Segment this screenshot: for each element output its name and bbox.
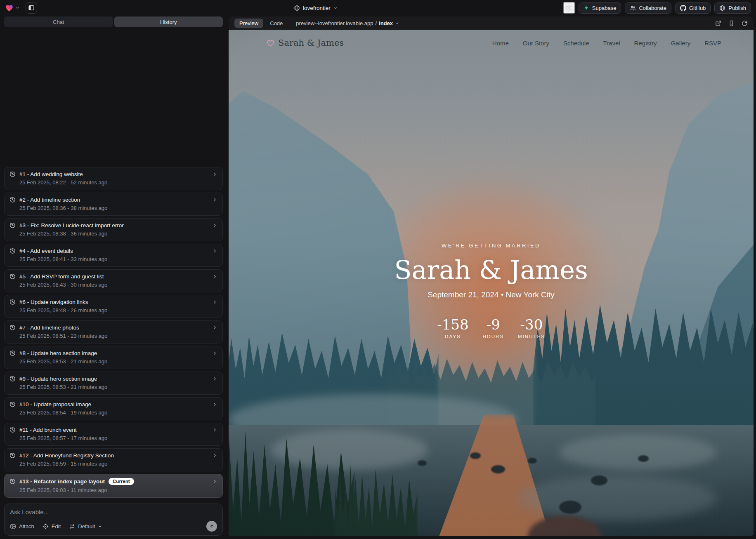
topbar: lovefrontier Supabase Collab bbox=[0, 0, 756, 16]
history-item[interactable]: #3 - Fix: Resolve Lucide-react import er… bbox=[4, 218, 223, 241]
history-icon bbox=[9, 478, 16, 485]
publish-label: Publish bbox=[728, 5, 746, 11]
collaborate-label: Collaborate bbox=[639, 5, 666, 11]
preview-url-host: preview--lovefrontier.lovable.app bbox=[296, 20, 373, 26]
history-item[interactable]: #8 - Update hero section image 25 Feb 20… bbox=[4, 346, 223, 369]
history-icon bbox=[9, 248, 16, 254]
publish-button[interactable]: Publish bbox=[714, 2, 751, 14]
mode-select-button[interactable]: Default bbox=[69, 523, 102, 530]
history-item[interactable]: #7 - Add timeline photos 25 Feb 2025, 08… bbox=[4, 320, 223, 344]
history-item[interactable]: #13 - Refactor index page layout Current… bbox=[4, 474, 223, 498]
attach-button[interactable]: Attach bbox=[10, 523, 34, 530]
hero-content: WE'RE GETTING MARRIED Sarah & James Sept… bbox=[229, 242, 754, 339]
history-item[interactable]: #1 - Add wedding website 25 Feb 2025, 08… bbox=[4, 167, 223, 190]
site-brand[interactable]: Sarah & James bbox=[267, 38, 344, 48]
history-icon bbox=[9, 299, 16, 305]
tab-chat[interactable]: Chat bbox=[4, 16, 113, 27]
countdown-value: -9 bbox=[483, 318, 504, 332]
history-item-title-row: #2 - Add timeline section bbox=[9, 197, 217, 203]
site-header: Sarah & James Home Our Story Schedule Tr… bbox=[229, 30, 754, 56]
history-item-title: #1 - Add wedding website bbox=[19, 171, 83, 177]
send-button[interactable] bbox=[206, 521, 217, 532]
app-window: lovefrontier Supabase Collab bbox=[0, 0, 756, 539]
site-nav-link[interactable]: Travel bbox=[603, 40, 620, 47]
project-switcher[interactable]: lovefrontier bbox=[294, 0, 338, 16]
smartphone-icon bbox=[728, 20, 735, 26]
users-icon bbox=[630, 5, 636, 11]
history-item-title-row: #12 - Add Honeyfund Registry Section bbox=[9, 452, 217, 459]
tab-code[interactable]: Code bbox=[265, 19, 288, 28]
preview-url[interactable]: preview--lovefrontier.lovable.app / inde… bbox=[296, 20, 399, 26]
history-item-title: #3 - Fix: Resolve Lucide-react import er… bbox=[19, 222, 124, 228]
history-item-timestamp: 25 Feb 2025, 08:41 - 33 minutes ago bbox=[19, 256, 217, 262]
chevron-right-icon bbox=[212, 299, 217, 305]
countdown-label: DAYS bbox=[437, 334, 468, 339]
history-icon bbox=[9, 401, 16, 407]
chevron-right-icon bbox=[212, 479, 217, 484]
tab-history[interactable]: History bbox=[114, 16, 223, 27]
site-brand-name: Sarah & James bbox=[278, 38, 344, 48]
history-item-title-row: #7 - Add timeline photos bbox=[9, 325, 217, 331]
site-nav-link[interactable]: Registry bbox=[634, 40, 657, 47]
site-nav-link[interactable]: Our Story bbox=[523, 40, 549, 47]
chevron-right-icon bbox=[212, 325, 217, 330]
chevron-right-icon bbox=[212, 376, 217, 381]
chevron-right-icon bbox=[212, 351, 217, 356]
site-nav-link[interactable]: Home bbox=[492, 40, 509, 47]
github-button[interactable]: GitHub bbox=[675, 2, 711, 14]
site-nav-link[interactable]: Schedule bbox=[563, 40, 589, 47]
mobile-view-button[interactable] bbox=[728, 20, 735, 26]
history-item[interactable]: #12 - Add Honeyfund Registry Section 25 … bbox=[4, 448, 223, 471]
history-item-title: #4 - Add event details bbox=[19, 248, 73, 254]
chevron-right-icon bbox=[212, 197, 217, 202]
history-item-timestamp: 25 Feb 2025, 08:36 - 38 minutes ago bbox=[19, 205, 217, 211]
open-in-new-tab-button[interactable] bbox=[715, 20, 721, 26]
chevron-down-icon bbox=[98, 524, 102, 529]
settings-button[interactable] bbox=[563, 2, 575, 14]
project-name: lovefrontier bbox=[303, 5, 331, 11]
composer: Attach Edit Default bbox=[4, 504, 223, 536]
chevron-right-icon bbox=[212, 274, 217, 279]
history-item-title: #6 - Update navigation links bbox=[19, 299, 88, 305]
site-nav-link[interactable]: Gallery bbox=[671, 40, 691, 47]
chevron-right-icon bbox=[212, 402, 217, 407]
history-item[interactable]: #10 - Update proposal image 25 Feb 2025,… bbox=[4, 397, 223, 420]
panel-left-icon bbox=[28, 5, 35, 11]
history-item[interactable]: #4 - Add event details 25 Feb 2025, 08:4… bbox=[4, 244, 223, 267]
edit-select-button[interactable]: Edit bbox=[43, 523, 61, 530]
prompt-input[interactable] bbox=[10, 508, 217, 515]
supabase-label: Supabase bbox=[592, 5, 617, 11]
external-link-icon bbox=[715, 20, 721, 26]
sidebar-toggle-button[interactable] bbox=[26, 2, 37, 14]
history-item[interactable]: #11 - Add brunch event 25 Feb 2025, 08:5… bbox=[4, 423, 223, 446]
history-item[interactable]: #9 - Update hero section image 25 Feb 20… bbox=[4, 372, 223, 395]
supabase-bolt-icon bbox=[584, 5, 589, 11]
sidebar: Chat History #1 - Add wedding we bbox=[0, 16, 226, 539]
preview-panel: Preview Code preview--lovefrontier.lovab… bbox=[229, 16, 754, 536]
crosshair-icon bbox=[43, 523, 49, 530]
history-item-timestamp: 25 Feb 2025, 09:03 - 11 minutes ago bbox=[19, 487, 217, 493]
history-item[interactable]: #5 - Add RSVP form and guest list 25 Feb… bbox=[4, 269, 223, 292]
chat-empty-space bbox=[4, 27, 223, 167]
site-nav-link[interactable]: RSVP bbox=[704, 40, 721, 47]
history-list: #1 - Add wedding website 25 Feb 2025, 08… bbox=[4, 167, 223, 501]
topbar-left bbox=[5, 2, 37, 14]
collaborate-button[interactable]: Collaborate bbox=[625, 2, 671, 14]
site-preview: Sarah & James Home Our Story Schedule Tr… bbox=[229, 30, 754, 536]
history-item-title-row: #8 - Update hero section image bbox=[9, 350, 217, 356]
history-item[interactable]: #2 - Add timeline section 25 Feb 2025, 0… bbox=[4, 193, 223, 216]
refresh-button[interactable] bbox=[742, 20, 748, 26]
preview-url-separator: / bbox=[375, 20, 377, 26]
history-icon bbox=[9, 197, 16, 203]
history-icon bbox=[9, 325, 16, 331]
chevron-right-icon bbox=[212, 453, 217, 458]
site-nav: Home Our Story Schedule Travel Registry … bbox=[492, 40, 721, 47]
supabase-button[interactable]: Supabase bbox=[579, 2, 621, 14]
history-item-timestamp: 25 Feb 2025, 08:38 - 36 minutes ago bbox=[19, 231, 217, 237]
hero-eyebrow: WE'RE GETTING MARRIED bbox=[229, 242, 754, 249]
history-icon bbox=[9, 427, 16, 433]
edit-label: Edit bbox=[52, 523, 61, 530]
tab-preview[interactable]: Preview bbox=[234, 19, 263, 28]
lovable-logo-menu[interactable] bbox=[5, 4, 20, 12]
history-item[interactable]: #6 - Update navigation links 25 Feb 2025… bbox=[4, 295, 223, 318]
